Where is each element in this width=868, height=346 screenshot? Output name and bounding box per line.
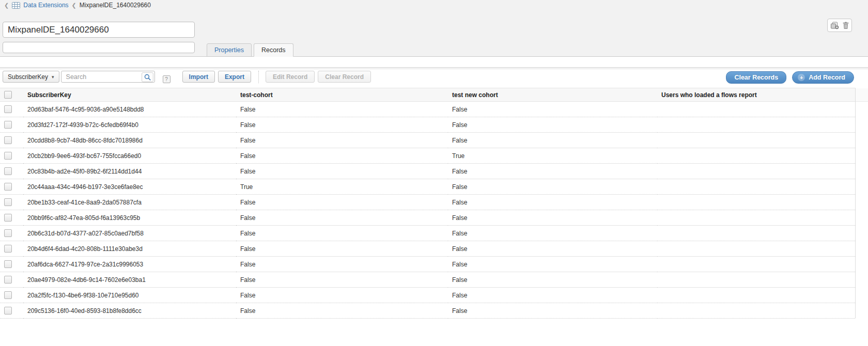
table-row[interactable]: 20c83b4b-ad2e-45f0-89b2-6f2114dd1d44 Fal… (0, 164, 855, 179)
table-right-border (855, 88, 856, 318)
row-checkbox-cell (0, 257, 23, 272)
table-row[interactable]: 20be1b33-ceaf-41ce-8aa9-2da057887cfa Fal… (0, 195, 855, 210)
table-row[interactable]: 20d3fd27-172f-4939-b72c-6cfedb69f4b0 Fal… (0, 117, 855, 133)
row-checkbox[interactable] (4, 198, 12, 206)
cell-test-new-cohort: False (448, 195, 657, 210)
data-extension-grid-icon (12, 2, 20, 9)
search-input[interactable] (61, 71, 155, 83)
row-checkbox[interactable] (4, 291, 12, 299)
search-field-selector[interactable]: SubscriberKey ▾ (3, 71, 59, 83)
tab-properties[interactable]: Properties (207, 43, 252, 57)
edit-record-button[interactable]: Edit Record (266, 71, 315, 83)
select-all-cell (0, 88, 23, 102)
row-checkbox[interactable] (4, 167, 12, 175)
column-header-flows-report: Users who loaded a flows report (657, 88, 855, 102)
extension-description-input[interactable] (3, 42, 195, 53)
cell-flows-report (657, 117, 855, 133)
cell-flows-report (657, 226, 855, 241)
cell-subscriber-key: 20b4d6f4-6dad-4c20-808b-1111e30abe3d (23, 241, 236, 257)
extension-name-input[interactable] (3, 22, 195, 38)
table-row[interactable]: 20d63baf-5476-4c95-9036-a90e5148bdd8 Fal… (0, 102, 855, 117)
row-checkbox[interactable] (4, 121, 12, 129)
table-row[interactable]: 20af6dca-6627-4179-97ce-2a31c9996053 Fal… (0, 257, 855, 272)
clear-records-button[interactable]: Clear Records (726, 71, 786, 84)
cell-test-cohort: False (236, 210, 448, 226)
cell-subscriber-key: 20cdd8b8-9cb7-48db-86cc-8fdc7018986d (23, 133, 236, 148)
tab-bar: Properties Records (207, 43, 293, 57)
table-row[interactable]: 20cb2bb9-9ee6-493f-bc67-755fcca66ed0 Fal… (0, 148, 855, 164)
row-checkbox-cell (0, 179, 23, 195)
import-button[interactable]: Import (182, 71, 215, 83)
row-checkbox[interactable] (4, 105, 12, 113)
add-record-button[interactable]: + Add Record (792, 71, 854, 84)
row-checkbox-cell (0, 226, 23, 241)
cell-flows-report (657, 148, 855, 164)
search-button[interactable] (142, 72, 153, 82)
tab-records[interactable]: Records (254, 43, 293, 57)
cell-test-new-cohort: False (448, 179, 657, 195)
clear-record-button[interactable]: Clear Record (318, 71, 371, 83)
table-row[interactable]: 20b6c31d-b07d-4377-a027-85c0aed7bf58 Fal… (0, 226, 855, 241)
table-row[interactable]: 20b4d6f4-6dad-4c20-808b-1111e30abe3d Fal… (0, 241, 855, 257)
row-checkbox-cell (0, 210, 23, 226)
trash-icon[interactable] (843, 22, 849, 29)
chevron-down-icon: ▾ (52, 74, 54, 80)
table-row[interactable]: 20bb9f6c-af82-47ea-805d-f6a13963c95b Fal… (0, 210, 855, 226)
cell-subscriber-key: 20be1b33-ceaf-41ce-8aa9-2da057887cfa (23, 195, 236, 210)
row-checkbox[interactable] (4, 214, 12, 222)
cell-subscriber-key: 20c44aaa-434c-4946-b197-3e3ce6fae8ec (23, 179, 236, 195)
breadcrumb-data-extensions-link[interactable]: Data Extensions (23, 2, 68, 9)
breadcrumb-separator-icon: ❮ (72, 2, 76, 9)
table-row[interactable]: 20c44aaa-434c-4946-b197-3e3ce6fae8ec Tru… (0, 179, 855, 195)
toolbar-left-group: SubscriberKey ▾ ? Import Export (3, 71, 374, 83)
cell-test-cohort: False (236, 117, 448, 133)
cell-flows-report (657, 303, 855, 319)
cell-test-cohort: False (236, 241, 448, 257)
breadcrumb-current-item: MixpanelDE_1640029660 (80, 2, 151, 9)
copy-icon[interactable] (830, 22, 839, 29)
row-checkbox-cell (0, 288, 23, 303)
row-checkbox-cell (0, 148, 23, 164)
cell-flows-report (657, 195, 855, 210)
header-action-group (827, 19, 852, 32)
cell-test-cohort: False (236, 303, 448, 319)
row-checkbox[interactable] (4, 152, 12, 160)
row-checkbox[interactable] (4, 229, 12, 237)
cell-test-cohort: False (236, 288, 448, 303)
row-checkbox-cell (0, 272, 23, 288)
cell-test-cohort: False (236, 272, 448, 288)
table-row[interactable]: 20cdd8b8-9cb7-48db-86cc-8fdc7018986d Fal… (0, 133, 855, 148)
scroll-corner (856, 88, 868, 102)
cell-test-new-cohort: False (448, 257, 657, 272)
cell-test-cohort: False (236, 102, 448, 117)
help-icon[interactable]: ? (163, 75, 171, 83)
table-row[interactable]: 209c5136-16f0-40ed-8593-81b8fe8dd6cc Fal… (0, 303, 855, 319)
row-checkbox[interactable] (4, 136, 12, 144)
table-row[interactable]: 20a2f5fc-f130-4be6-9f38-10e710e95d60 Fal… (0, 288, 855, 303)
export-button[interactable]: Export (218, 71, 251, 83)
row-checkbox[interactable] (4, 276, 12, 284)
cell-test-new-cohort: False (448, 272, 657, 288)
cell-flows-report (657, 288, 855, 303)
row-checkbox[interactable] (4, 245, 12, 253)
cell-test-cohort: False (236, 164, 448, 179)
cell-subscriber-key: 20d3fd27-172f-4939-b72c-6cfedb69f4b0 (23, 117, 236, 133)
row-checkbox[interactable] (4, 183, 12, 191)
search-icon (144, 74, 151, 81)
back-icon[interactable]: ❮ (4, 2, 9, 9)
cell-subscriber-key: 20d63baf-5476-4c95-9036-a90e5148bdd8 (23, 102, 236, 117)
cell-test-cohort: False (236, 148, 448, 164)
column-header-subscriber-key: SubscriberKey (23, 88, 236, 102)
row-checkbox[interactable] (4, 307, 12, 314)
select-all-checkbox[interactable] (4, 91, 12, 99)
cell-flows-report (657, 133, 855, 148)
cell-test-new-cohort: False (448, 133, 657, 148)
records-toolbar: SubscriberKey ▾ ? Import Export (0, 71, 868, 84)
cell-test-new-cohort: False (448, 164, 657, 179)
table-header-row: SubscriberKey test-cohort test new cohor… (0, 88, 855, 102)
table-row[interactable]: 20ae4979-082e-4db6-9c14-7602e6e03ba1 Fal… (0, 272, 855, 288)
cell-test-new-cohort: False (448, 288, 657, 303)
cell-test-new-cohort: False (448, 303, 657, 319)
row-checkbox[interactable] (4, 260, 12, 268)
breadcrumb: ❮ Data Extensions ❮ MixpanelDE_164002966… (4, 2, 151, 9)
